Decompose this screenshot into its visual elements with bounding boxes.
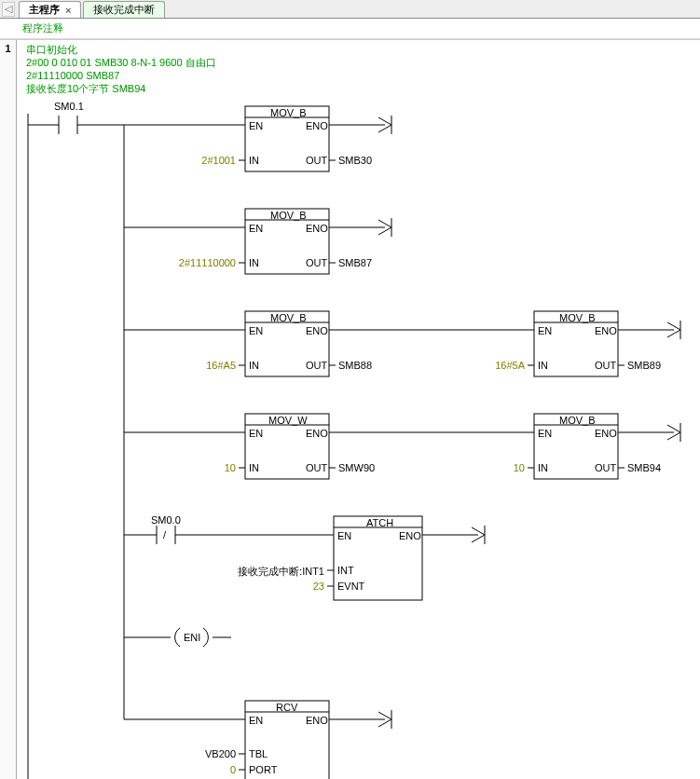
in-label: IN <box>249 462 259 473</box>
out-label: OUT <box>595 360 616 371</box>
evnt-value: 23 <box>306 581 324 592</box>
tab-rx-complete-int-label: 接收完成中断 <box>93 3 155 17</box>
block-title: MOV_W <box>268 415 308 426</box>
en-label: EN <box>538 325 552 336</box>
int-value: 接收完成中断:INT1 <box>229 565 324 579</box>
program-comment: 程序注释 <box>0 19 700 39</box>
tab-main-program-label: 主程序 <box>29 3 60 17</box>
out-value: SMB30 <box>338 155 372 166</box>
in-value: 10 <box>217 462 236 473</box>
contact-sm00-label: SM0.0 <box>151 514 181 526</box>
block-title: ATCH <box>366 517 393 528</box>
en-label: EN <box>249 325 263 336</box>
nc-slash: / <box>163 529 166 540</box>
out-label: OUT <box>595 462 616 473</box>
in-label: IN <box>249 257 259 268</box>
close-icon[interactable]: × <box>65 5 71 16</box>
in-label: IN <box>249 155 259 166</box>
en-label: EN <box>249 120 263 131</box>
tab-rx-complete-int[interactable]: 接收完成中断 <box>83 1 165 18</box>
in-label: IN <box>538 462 548 473</box>
out-value: SMB88 <box>338 360 372 371</box>
out-label: OUT <box>306 257 327 268</box>
tbl-value: VB200 <box>199 748 236 759</box>
out-label: OUT <box>306 155 327 166</box>
en-label: EN <box>249 715 263 726</box>
block-title: RCV <box>276 702 297 713</box>
block-title: MOV_B <box>559 312 596 323</box>
eno-label: ENO <box>306 325 328 336</box>
in-value: 10 <box>506 462 525 473</box>
eno-label: ENO <box>306 428 328 439</box>
network-comment: 串口初始化 2#00 0 010 01 SMB30 8-N-1 9600 自由口… <box>17 40 700 97</box>
en-label: EN <box>249 223 263 234</box>
block-title: MOV_B <box>559 415 596 426</box>
out-value: SMB94 <box>627 462 661 473</box>
port-value: 0 <box>217 764 236 775</box>
eno-label: ENO <box>306 223 328 234</box>
in-value: 2#11110000 <box>175 257 236 268</box>
out-value: SMB87 <box>338 257 372 268</box>
int-label: INT <box>337 565 354 576</box>
en-label: EN <box>337 530 351 541</box>
in-label: IN <box>538 360 548 371</box>
out-label: OUT <box>306 462 327 473</box>
block-title: MOV_B <box>270 312 307 323</box>
comment-line: 串口初始化 <box>26 43 694 56</box>
ladder-diagram: SM0.1 MOV_B EN ENO IN OUT 2#1001 SMB30 M… <box>17 97 697 779</box>
out-value: SMW90 <box>338 462 375 473</box>
contact-sm01-label: SM0.1 <box>54 101 84 112</box>
comment-line: 2#00 0 010 01 SMB30 8-N-1 9600 自由口 <box>26 56 694 69</box>
tab-main-program[interactable]: 主程序 × <box>19 1 81 18</box>
network-1: 1 串口初始化 2#00 0 010 01 SMB30 8-N-1 9600 自… <box>0 39 700 779</box>
out-label: OUT <box>306 360 327 371</box>
eno-label: ENO <box>306 120 328 131</box>
tbl-label: TBL <box>249 748 268 759</box>
evnt-label: EVNT <box>337 581 364 592</box>
eno-label: ENO <box>595 428 617 439</box>
block-title: MOV_B <box>270 210 307 221</box>
en-label: EN <box>249 428 263 439</box>
in-value: 16#A5 <box>200 360 236 371</box>
en-label: EN <box>538 428 552 439</box>
eno-label: ENO <box>595 325 617 336</box>
port-label: PORT <box>249 764 277 775</box>
eno-label: ENO <box>399 530 421 541</box>
block-title: MOV_B <box>270 107 307 118</box>
out-value: SMB89 <box>627 360 661 371</box>
eni-coil-label: ENI <box>184 632 200 643</box>
tab-bar: ◁ 主程序 × 接收完成中断 <box>0 0 700 19</box>
in-label: IN <box>249 360 259 371</box>
in-value: 2#1001 <box>200 155 236 166</box>
comment-line: 2#11110000 SMB87 <box>26 69 694 82</box>
in-value: 16#5A <box>489 360 525 371</box>
comment-line: 接收长度10个字节 SMB94 <box>26 82 694 95</box>
network-number: 1 <box>0 40 17 779</box>
eno-label: ENO <box>306 715 328 726</box>
tab-prev-button[interactable]: ◁ <box>2 2 15 17</box>
